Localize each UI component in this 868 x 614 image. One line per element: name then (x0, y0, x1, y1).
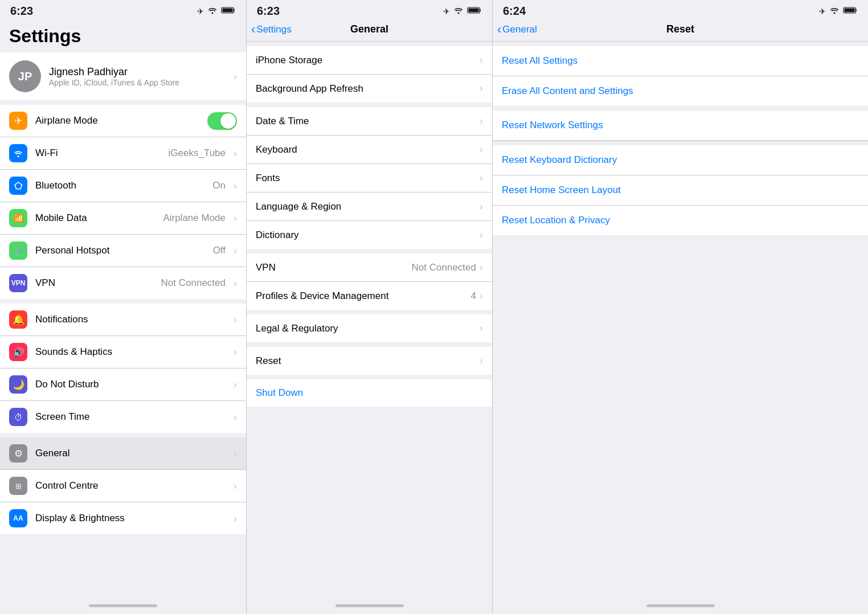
notifications-chevron: › (234, 314, 237, 326)
general-row-dictionary[interactable]: Dictionary › (247, 221, 492, 249)
airplane-icon-2: ✈ (443, 7, 450, 16)
keyboard-label: Keyboard (256, 144, 480, 155)
settings-header: Settings (0, 21, 246, 52)
general-chevron: › (234, 448, 237, 460)
legal-chevron: › (480, 322, 483, 334)
sounds-icon: 🔊 (9, 343, 27, 361)
general-section-legal: Legal & Regulatory › (247, 314, 492, 342)
settings-row-donotdisturb[interactable]: 🌙 Do Not Disturb › (0, 369, 246, 401)
settings-row-sounds[interactable]: 🔊 Sounds & Haptics › (0, 336, 246, 369)
settings-row-mobiledata[interactable]: 📶 Mobile Data Airplane Mode › (0, 202, 246, 235)
donotdisturb-chevron: › (234, 379, 237, 391)
display-label: Display & Brightness (35, 513, 226, 524)
reset-row-allSettings[interactable]: Reset All Settings (493, 46, 868, 76)
general-vpn-chevron: › (480, 261, 483, 273)
general-section-datetime: Date & Time › Keyboard › Fonts › Languag… (247, 107, 492, 249)
general-row-profiles[interactable]: Profiles & Device Management 4 › (247, 282, 492, 310)
settings-row-screentime[interactable]: ⏱ Screen Time › (0, 401, 246, 433)
reset-back-button[interactable]: ‹ General (497, 22, 537, 37)
home-indicator-2 (247, 597, 492, 614)
airplane-toggle[interactable] (207, 112, 237, 130)
settings-row-display[interactable]: AA Display & Brightness › (0, 502, 246, 534)
status-time-2: 6:23 (257, 5, 280, 18)
reset-row-homeScreen[interactable]: Reset Home Screen Layout (493, 175, 868, 206)
reset-back-label: General (502, 24, 537, 35)
fonts-chevron: › (480, 172, 483, 184)
wifi-label: Wi-Fi (35, 148, 161, 159)
general-row-backgroundRefresh[interactable]: Background App Refresh › (247, 75, 492, 103)
general-list: iPhone Storage › Background App Refresh … (247, 42, 492, 597)
general-back-button[interactable]: ‹ Settings (251, 22, 292, 37)
reset-row-eraseAll[interactable]: Erase All Content and Settings (493, 76, 868, 106)
general-row-fonts[interactable]: Fonts › (247, 164, 492, 193)
battery-status-icon (221, 6, 236, 16)
settings-panel: 6:23 ✈ Settings JP (0, 0, 246, 614)
status-icons-1: ✈ (197, 6, 236, 16)
general-row-language[interactable]: Language & Region › (247, 193, 492, 221)
reset-row-keyboardDict[interactable]: Reset Keyboard Dictionary (493, 145, 868, 175)
home-bar-2 (335, 604, 404, 607)
settings-row-controlcentre[interactable]: ⊞ Control Centre › (0, 470, 246, 502)
general-row-keyboard[interactable]: Keyboard › (247, 136, 492, 164)
vpn-icon: VPN (9, 274, 27, 292)
reset-section-others: Reset Keyboard Dictionary Reset Home Scr… (493, 145, 868, 235)
airplane-icon-3: ✈ (819, 7, 826, 16)
settings-row-bluetooth[interactable]: ⬠ Bluetooth On › (0, 170, 246, 202)
wifi-value: iGeeks_Tube (169, 148, 226, 159)
general-row-datetime[interactable]: Date & Time › (247, 107, 492, 136)
display-icon: AA (9, 509, 27, 527)
settings-row-notifications[interactable]: 🔔 Notifications › (0, 304, 246, 336)
shutdown-section: Shut Down (247, 379, 492, 407)
settings-section-connectivity: ✈ Airplane Mode Wi-Fi iGeeks_Tube (0, 105, 246, 299)
profiles-label: Profiles & Device Management (256, 290, 471, 302)
home-indicator-1 (0, 597, 246, 614)
mobiledata-label: Mobile Data (35, 212, 155, 224)
vpn-label: VPN (35, 277, 153, 289)
profile-row[interactable]: JP Jignesh Padhiyar Apple ID, iCloud, iT… (0, 52, 246, 100)
settings-section-general: ⚙ General › ⊞ Control Centre › AA Displa… (0, 437, 246, 534)
settings-row-airplane[interactable]: ✈ Airplane Mode (0, 105, 246, 137)
general-nav-bar: ‹ Settings General (247, 21, 492, 42)
reset-row-locationPrivacy[interactable]: Reset Location & Privacy (493, 206, 868, 235)
back-chevron-icon: ‹ (251, 22, 255, 37)
general-row-reset[interactable]: Reset › (247, 347, 492, 375)
controlcentre-icon: ⊞ (9, 477, 27, 495)
reset-nav-bar: ‹ General Reset (493, 21, 868, 42)
general-icon: ⚙ (9, 444, 27, 462)
bluetooth-chevron: › (234, 180, 237, 192)
vpn-chevron: › (234, 277, 237, 289)
reset-row-networkSettings[interactable]: Reset Network Settings (493, 110, 868, 141)
wifi-chevron: › (234, 148, 237, 159)
svg-rect-1 (223, 9, 233, 13)
bluetooth-icon: ⬠ (9, 177, 27, 195)
reset-nav-title: Reset (666, 23, 694, 35)
locationPrivacy-label: Reset Location & Privacy (502, 215, 859, 226)
general-row-legal[interactable]: Legal & Regulatory › (247, 314, 492, 342)
settings-row-vpn[interactable]: VPN VPN Not Connected › (0, 267, 246, 299)
mobiledata-value: Airplane Mode (163, 212, 226, 224)
general-row-vpn[interactable]: VPN Not Connected › (247, 253, 492, 282)
settings-row-hotspot[interactable]: 🔗 Personal Hotspot Off › (0, 235, 246, 267)
bluetooth-label: Bluetooth (35, 180, 204, 191)
battery-icon-3 (843, 6, 858, 16)
general-vpn-value: Not Connected (412, 262, 476, 273)
avatar: JP (9, 60, 41, 92)
status-bar-2: 6:23 ✈ (247, 0, 492, 21)
airplane-label: Airplane Mode (35, 115, 199, 126)
settings-row-general[interactable]: ⚙ General › (0, 437, 246, 470)
hotspot-icon: 🔗 (9, 241, 27, 260)
airplane-status-icon: ✈ (197, 7, 204, 16)
svg-rect-5 (845, 9, 855, 13)
general-row-iphoneStorage[interactable]: iPhone Storage › (247, 46, 492, 75)
shutdown-row[interactable]: Shut Down (247, 379, 492, 407)
bluetooth-value: On (212, 180, 226, 191)
settings-row-wifi[interactable]: Wi-Fi iGeeks_Tube › (0, 137, 246, 170)
status-time-1: 6:23 (10, 5, 33, 18)
airplane-icon: ✈ (9, 112, 27, 130)
vpn-value: Not Connected (161, 277, 226, 289)
profile-name: Jignesh Padhiyar (49, 66, 226, 78)
donotdisturb-label: Do Not Disturb (35, 379, 226, 390)
resetAllSettings-label: Reset All Settings (502, 55, 859, 67)
home-bar-1 (89, 604, 157, 607)
language-chevron: › (480, 200, 483, 212)
